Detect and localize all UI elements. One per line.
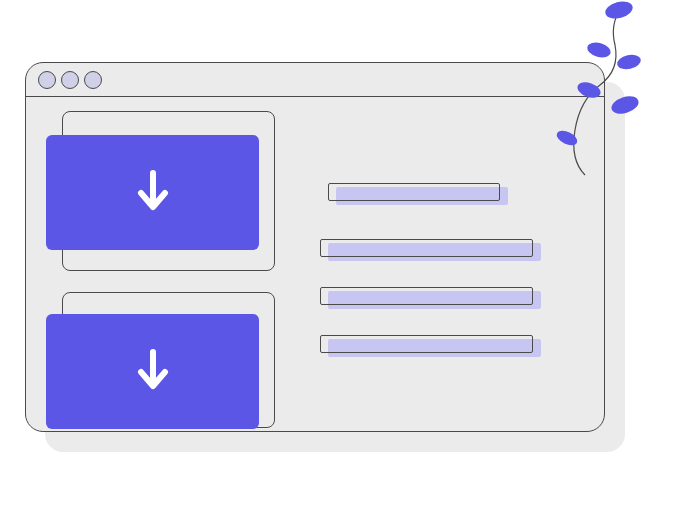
svg-point-3 xyxy=(575,79,602,100)
svg-point-2 xyxy=(616,53,642,72)
text-placeholder-line xyxy=(306,335,604,357)
left-column xyxy=(26,97,306,431)
text-placeholder-line xyxy=(306,183,604,205)
titlebar xyxy=(26,63,604,97)
download-arrow-icon xyxy=(134,169,172,217)
text-placeholder-line xyxy=(306,287,604,309)
window-control-maximize[interactable] xyxy=(84,71,102,89)
svg-point-4 xyxy=(609,93,641,117)
window-content xyxy=(26,97,604,431)
window-control-close[interactable] xyxy=(38,71,56,89)
svg-point-1 xyxy=(586,40,613,60)
svg-point-0 xyxy=(603,0,634,21)
window-control-minimize[interactable] xyxy=(61,71,79,89)
download-card[interactable] xyxy=(46,314,259,429)
text-placeholder-line xyxy=(306,239,604,261)
svg-point-5 xyxy=(554,128,579,148)
app-window xyxy=(25,62,605,432)
plant-decoration xyxy=(545,0,665,180)
download-card[interactable] xyxy=(46,135,259,250)
download-arrow-icon xyxy=(134,348,172,396)
